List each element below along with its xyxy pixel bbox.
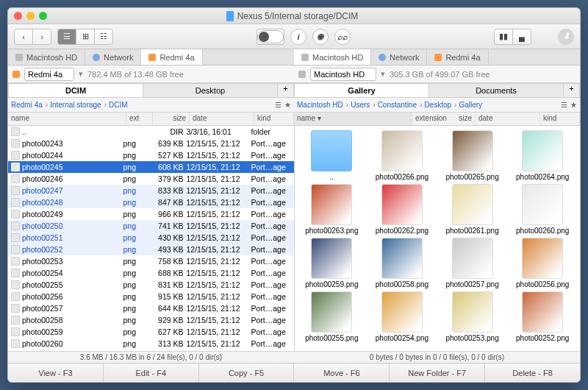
file-thumb[interactable]: photo00256.png [508, 238, 577, 288]
file-row[interactable]: photo00251png430 KB12/15/15, 21:12Port…a… [8, 232, 294, 244]
column-header-ext[interactable]: ext [126, 113, 153, 125]
column-header-extension[interactable]: extension [412, 113, 439, 125]
file-thumb[interactable]: photo00253.png [438, 291, 507, 342]
file-row[interactable]: photo00254png688 KB12/15/15, 21:12Port…a… [8, 267, 294, 279]
column-header-size[interactable]: size [153, 113, 190, 125]
fkey-button[interactable]: Delete - F8 [485, 364, 580, 382]
icon-grid-right[interactable]: ..photo00266.pngphoto00265.pngphoto00264… [295, 126, 581, 351]
file-row[interactable]: photo00247png833 KB12/15/15, 21:12Port…a… [8, 185, 294, 196]
file-row[interactable]: photo00248png847 KB12/15/15, 21:12Port…a… [8, 196, 294, 208]
column-header-name[interactable]: name [8, 113, 126, 125]
file-row[interactable]: photo00253png758 KB12/15/15, 21:12Port…a… [8, 255, 294, 267]
fkey-button[interactable]: Edit - F4 [104, 364, 199, 382]
file-size: 639 KB [150, 139, 187, 148]
device-tab-network[interactable]: Network [85, 49, 141, 65]
column-header-size[interactable]: size [439, 113, 476, 125]
file-thumb[interactable]: photo00254.png [368, 291, 437, 342]
minimize-icon[interactable] [26, 12, 35, 20]
device-tab-redmi-4a[interactable]: Redmi 4a [427, 49, 488, 65]
device-tab-macintosh-hd[interactable]: Macintosh HD [294, 49, 371, 65]
list-icon[interactable]: ☰ [275, 101, 282, 109]
file-thumb[interactable]: photo00263.png [298, 184, 367, 235]
file-row[interactable]: photo00260png313 KB12/15/15, 21:12Port…a… [8, 338, 294, 350]
file-thumb[interactable]: photo00252.png [508, 291, 577, 342]
folder-tab[interactable]: Desktop [143, 83, 278, 98]
drive-select-right[interactable]: Macintosh HD [310, 68, 376, 81]
file-row[interactable]: photo00257png644 KB12/15/15, 21:12Port…a… [8, 302, 294, 314]
fkey-button[interactable]: View - F3 [8, 364, 104, 382]
breadcrumb[interactable]: ›Internal storage [46, 101, 101, 109]
file-thumb[interactable]: photo00255.png [298, 291, 367, 342]
star-icon[interactable]: ★ [570, 101, 577, 109]
folder-tab[interactable]: DCIM [8, 83, 143, 98]
file-row[interactable]: photo00249png966 KB12/15/15, 21:12Port…a… [8, 208, 294, 220]
file-row[interactable]: photo00256png915 KB12/15/15, 21:12Port…a… [8, 291, 294, 302]
terminal-button[interactable]: ▄ [512, 29, 531, 45]
file-row[interactable]: photo00244png527 KB12/15/15, 21:12Port…a… [8, 149, 294, 161]
forward-button[interactable]: › [32, 29, 51, 45]
list-icon[interactable]: ☰ [561, 101, 567, 109]
file-thumb[interactable]: photo00257.png [438, 238, 507, 288]
add-tab-button[interactable]: + [278, 83, 294, 98]
file-row[interactable]: photo00243png639 KB12/15/15, 21:12Port…a… [8, 138, 294, 149]
file-row[interactable]: photo00258png929 KB12/15/15, 21:12Port…a… [8, 314, 294, 326]
hidden-toggle[interactable] [257, 29, 284, 45]
column-view-button[interactable]: ☷ [94, 29, 113, 45]
breadcrumb[interactable]: ›Gallery [454, 101, 482, 109]
close-icon[interactable] [14, 12, 22, 20]
fkey-button[interactable]: Copy - F5 [199, 364, 295, 382]
breadcrumb[interactable]: ›Users [346, 101, 370, 109]
file-row[interactable]: photo00245png608 KB12/15/15, 21:12Port…a… [8, 161, 294, 173]
file-list-left[interactable]: ..DIR3/3/16, 16:01folderphoto00243png639… [8, 126, 294, 351]
file-ext: png [123, 292, 150, 301]
device-tab-redmi-4a[interactable]: Redmi 4a [141, 49, 202, 65]
column-header-kind[interactable]: kind [540, 113, 580, 125]
back-button[interactable]: ‹ [14, 29, 33, 45]
file-thumb[interactable]: photo00264.png [508, 130, 577, 181]
column-header-kind[interactable]: kind [254, 113, 294, 125]
dual-pane-button[interactable]: ▮▮ [494, 29, 513, 45]
device-tab-network[interactable]: Network [371, 49, 427, 65]
file-row[interactable]: photo00252png493 KB12/15/15, 21:12Port…a… [8, 244, 294, 255]
breadcrumb[interactable]: ›Desktop [420, 101, 451, 109]
fkey-button[interactable]: New Folder - F7 [390, 364, 485, 382]
eject-button[interactable]: ⬇ [558, 29, 574, 45]
add-tab-button[interactable]: + [564, 83, 580, 98]
file-thumb[interactable]: photo00261.png [438, 184, 507, 235]
file-thumb[interactable]: photo00259.png [298, 238, 367, 288]
breadcrumb[interactable]: Macintosh HD [297, 101, 343, 109]
folder-tab[interactable]: Documents [429, 83, 564, 98]
file-row[interactable]: photo00250png741 KB12/15/15, 21:12Port…a… [8, 220, 294, 232]
file-row[interactable]: photo00259png627 KB12/15/15, 21:12Port…a… [8, 326, 294, 338]
breadcrumb[interactable]: ›Constantine [373, 101, 417, 109]
file-thumb[interactable]: photo00258.png [368, 238, 437, 288]
breadcrumb[interactable]: Redmi 4a [11, 101, 43, 109]
file-row[interactable]: photo00246png379 KB12/15/15, 21:12Port…a… [8, 173, 294, 185]
icon-view-button[interactable]: ⊞ [76, 29, 95, 45]
info-button[interactable]: i [290, 29, 306, 45]
fkey-button[interactable]: Move - F6 [294, 364, 390, 382]
column-header-date[interactable]: date [476, 113, 540, 125]
star-icon[interactable]: ★ [284, 101, 291, 109]
parent-dir-row[interactable]: ..DIR3/3/16, 16:01folder [8, 126, 294, 138]
file-thumb[interactable]: photo00265.png [438, 130, 507, 181]
chevron-right-icon: › [346, 101, 348, 109]
file-thumb[interactable]: photo00262.png [368, 184, 437, 235]
device-tab-macintosh-hd[interactable]: Macintosh HD [8, 49, 85, 65]
list-view-button[interactable]: ☰ [57, 29, 76, 45]
file-row[interactable]: photo00255png831 KB12/15/15, 21:12Port…a… [8, 279, 294, 291]
breadcrumb[interactable]: ›DCIM [104, 101, 128, 109]
search-button[interactable]: ⌕⌕ [334, 29, 351, 45]
column-header-date[interactable]: date [190, 113, 254, 125]
zoom-icon[interactable] [39, 12, 47, 20]
breadcrumb-label: Gallery [459, 101, 482, 109]
file-name: photo00255 [22, 280, 123, 289]
file-thumb[interactable]: photo00266.png [368, 130, 437, 181]
parent-folder-thumb[interactable]: .. [298, 130, 367, 181]
drive-select-left[interactable]: Redmi 4a [24, 68, 74, 81]
folder-tab[interactable]: Gallery [294, 83, 429, 98]
file-thumb[interactable]: photo00260.png [508, 184, 577, 235]
file-date: 12/15/15, 21:12 [187, 269, 251, 277]
preview-button[interactable]: ◉ [312, 29, 329, 45]
column-header-name[interactable]: name ▾ [294, 113, 412, 125]
